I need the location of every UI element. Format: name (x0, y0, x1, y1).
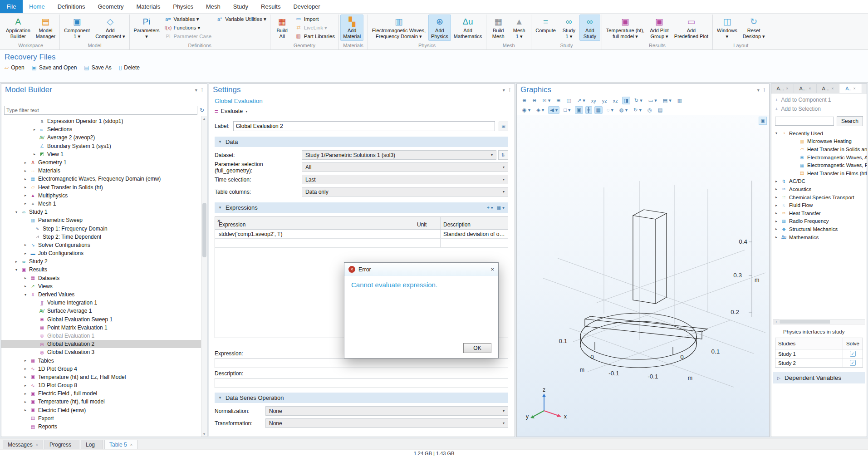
parameter-case-button[interactable]: PiParameter Case (162, 32, 214, 40)
tree-expander-icon[interactable]: ▾ (773, 131, 780, 135)
dock-tab-3[interactable]: A...× (817, 84, 839, 93)
tree-temperature-ez-half-model[interactable]: ▸▣Temperature (ht) and Ez, Half Model (1, 373, 207, 381)
tree-tables[interactable]: ▸▦Tables (1, 356, 207, 364)
physics-radio-frequency[interactable]: ▸▦Radio Frequency (771, 217, 867, 226)
tree-expander-icon[interactable]: ▸ (31, 152, 38, 156)
add-mathematics-button[interactable]: ΔuAdd Mathematics (451, 15, 485, 41)
tree-expander-icon[interactable]: ▸ (22, 367, 29, 371)
build-mesh-button[interactable]: ▦Build Mesh (488, 15, 509, 41)
tree-expander-icon[interactable]: ▸ (31, 128, 38, 132)
add-to-component-button[interactable]: +Add to Component 1 (775, 97, 863, 103)
tree-expander-icon[interactable]: ▾ (13, 210, 20, 214)
variables-button[interactable]: a=Variables ▾ (162, 15, 214, 23)
tree-boundary-system-1[interactable]: ∠Boundary System 1 (sys1) (1, 142, 207, 150)
tree-expander-icon[interactable]: ▾ (22, 293, 29, 297)
transparency-icon[interactable]: ◈ ▾ (535, 106, 546, 114)
add-plot-group-button[interactable]: ▣Add Plot Group ▾ (647, 15, 672, 41)
tree-expander-icon[interactable]: ▸ (22, 383, 29, 388)
pin-icon[interactable]: ⊺ (201, 88, 203, 93)
scroll-down-icon[interactable]: ▼ (201, 432, 207, 436)
file-menu-button[interactable]: File (0, 0, 23, 13)
tree-expander-icon[interactable]: ▸ (13, 260, 20, 264)
pin-icon[interactable]: ⊺ (763, 88, 765, 93)
zoom-box-icon[interactable]: ⊡ ▾ (540, 97, 552, 104)
update-plot-icon[interactable]: ↻ ▾ (632, 106, 643, 114)
tree-view-1[interactable]: ▸◩View 1 (1, 150, 207, 158)
fit-window-icon[interactable]: ◫ (564, 97, 573, 104)
add-study-button[interactable]: ∞Add Study (579, 15, 600, 41)
view-orientation-icon[interactable]: ↗ ▾ (575, 97, 587, 104)
dropdown-select[interactable]: Study 1/Parametric Solutions 1 (sol3)▾ (302, 150, 496, 160)
tree-expander-icon[interactable]: ▸ (22, 185, 29, 189)
tree-solver-configurations[interactable]: ▸↘Solver Configurations (1, 241, 207, 249)
physics-em-waves-asy[interactable]: ◉Electromagnetic Waves, Asy (771, 153, 867, 162)
tree-scrollbar[interactable]: ▲ ▼ (201, 116, 207, 437)
physics-structural-mechanics[interactable]: ▸◆Structural Mechanics (771, 225, 867, 233)
tree-expander-icon[interactable]: ▸ (773, 187, 780, 191)
save-and-open-button[interactable]: ▣Save and Open (32, 64, 77, 71)
tree-expander-icon[interactable]: ▸ (22, 243, 29, 247)
snapshot-icon[interactable]: ◎ (646, 106, 654, 114)
evaluate-button[interactable]: = Evaluate ▾ (215, 107, 508, 116)
add-component-button[interactable]: ◇Add Component ▾ (93, 15, 128, 41)
filter-input[interactable] (4, 106, 197, 115)
menu-tab-study[interactable]: Study (227, 0, 255, 13)
search-button[interactable]: Search (837, 116, 863, 126)
show-axes-icon[interactable]: ╋ (585, 106, 592, 114)
expression-row[interactable]: stddev('comp1.aveop2', T)Standard deviat… (215, 230, 508, 239)
model-manager-button[interactable]: ▤Model Manager (33, 15, 58, 41)
menu-tab-results[interactable]: Results (255, 0, 287, 13)
tree-temperature-ht-full-model[interactable]: ▸▣Temperature (ht), full model (1, 398, 207, 406)
tree-reports[interactable]: ▤Reports (1, 423, 207, 431)
tree-expander-icon[interactable]: ▸ (22, 408, 29, 412)
physics-chemical-species[interactable]: ▸∷Chemical Species Transport (771, 193, 867, 201)
close-icon[interactable]: × (130, 442, 132, 447)
tree-1d-plot-group-4[interactable]: ▸∿1D Plot Group 4 (1, 365, 207, 373)
solve-checkbox[interactable]: ✓ (850, 360, 856, 366)
tree-derived-values[interactable]: ▾#Derived Values (1, 290, 207, 299)
tree-point-matrix-evaluation-1[interactable]: ▦Point Matrix Evaluation 1 (1, 324, 207, 332)
section-header-data[interactable]: ▼ Data (215, 137, 508, 147)
expression-input[interactable] (215, 358, 508, 368)
menu-tab-developer[interactable]: Developer (287, 0, 326, 13)
tree-mesh-1[interactable]: ▸▲Mesh 1 (1, 200, 207, 208)
dropdown-select[interactable]: None▾ (265, 406, 508, 416)
tree-study-2[interactable]: ▸∞Study 2 (1, 257, 207, 265)
close-icon[interactable]: × (786, 86, 788, 91)
physics-recently-used[interactable]: ▾◔Recently Used (771, 129, 867, 138)
view-xy-icon[interactable]: xy (589, 97, 598, 104)
tree-average-2[interactable]: AVAverage 2 (aveop2) (1, 133, 207, 142)
ok-button[interactable]: OK (463, 343, 491, 353)
parameters-button[interactable]: PiParameters ▾ (131, 15, 162, 41)
application-builder-button[interactable]: AApplication Builder (3, 15, 33, 41)
physics-fluid-flow[interactable]: ▸≈Fluid Flow (771, 201, 867, 209)
tree-electric-field-full-model[interactable]: ▸▣Electric Field , full model (1, 389, 207, 398)
solve-checkbox[interactable]: ✓ (850, 351, 856, 357)
tree-views[interactable]: ▸↗Views (1, 282, 207, 290)
bottom-tab-progress[interactable]: Progress (44, 440, 79, 449)
tree-expander-icon[interactable]: ▸ (773, 195, 780, 199)
tree-expander-icon[interactable]: ▸ (22, 251, 29, 256)
close-icon[interactable]: × (853, 86, 856, 91)
rotate-icon[interactable]: ↻ ▾ (633, 97, 644, 104)
bottom-tab-table-5[interactable]: Table 5× (104, 440, 137, 449)
close-icon[interactable]: × (36, 442, 38, 447)
zoom-in-icon[interactable]: ⊕ (520, 97, 528, 104)
view-xz-icon[interactable]: xz (611, 97, 620, 104)
tree-global-evaluation-3[interactable]: ◎Global Evaluation 3 (1, 348, 207, 356)
image-export-icon[interactable]: ▤ ▾ (661, 97, 673, 104)
horizontal-scrollbar[interactable]: ‹ (773, 319, 865, 324)
scrollbar-thumb[interactable] (202, 203, 206, 257)
tree-expander-icon[interactable]: ▸ (773, 179, 780, 183)
physics-acoustics[interactable]: ▸≋Acoustics (771, 185, 867, 193)
tree-expander-icon[interactable]: ▾ (13, 268, 20, 272)
save-as-button[interactable]: ▤Save As (84, 64, 111, 71)
temperature-ht-full-model-button[interactable]: ▣Temperature (ht), full model ▾ (603, 15, 647, 41)
bottom-tab-log[interactable]: Log (81, 440, 103, 449)
tree-expander-icon[interactable]: ▸ (22, 161, 29, 165)
study-1-button[interactable]: ∞Study 1 ▾ (559, 15, 579, 41)
tree-export[interactable]: ▤Export (1, 414, 207, 423)
tree-global-evaluation-1[interactable]: ◎Global Evaluation 1 (1, 332, 207, 340)
import-button[interactable]: ▭Import (293, 15, 337, 23)
refresh-icon[interactable]: ↻ (200, 107, 204, 113)
